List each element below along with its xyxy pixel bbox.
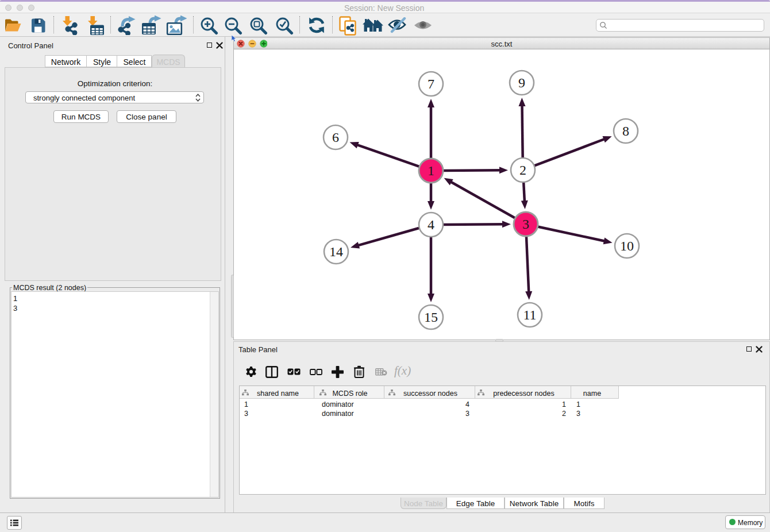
svg-text:8: 8: [622, 124, 629, 138]
svg-text:4: 4: [428, 217, 434, 232]
svg-text:2: 2: [519, 163, 526, 178]
svg-text:1: 1: [428, 163, 434, 178]
svg-text:11: 11: [523, 307, 536, 322]
svg-text:14: 14: [329, 244, 343, 259]
svg-text:3: 3: [522, 217, 529, 232]
svg-text:6: 6: [332, 130, 339, 145]
svg-text:10: 10: [620, 238, 634, 253]
svg-text:9: 9: [518, 75, 525, 90]
svg-text:15: 15: [424, 310, 438, 325]
svg-text:7: 7: [428, 76, 434, 91]
